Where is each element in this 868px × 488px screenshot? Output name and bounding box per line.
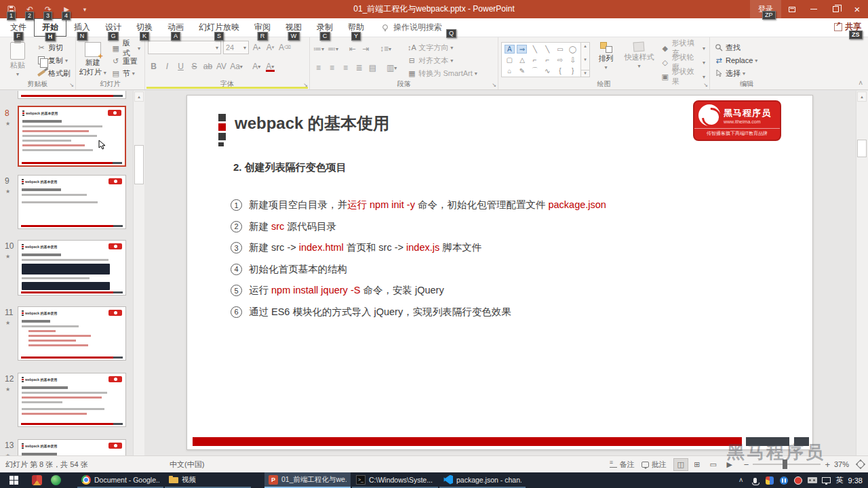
reset-button[interactable]: ↺ 重置 (110, 56, 142, 66)
thumbnail-slide-10[interactable]: webpack 的基本使用 (18, 240, 126, 296)
current-slide[interactable]: webpack 的基本使用 黑马程序员 www.itheima.com 传智播客… (186, 95, 813, 450)
shape-curve-icon[interactable]: ∿ (542, 66, 553, 75)
line-spacing-button[interactable]: ↕≡▾ (379, 43, 392, 55)
close-button[interactable]: × (846, 0, 868, 18)
ime-indicator[interactable]: 英 (836, 475, 844, 485)
taskbar-window-folder[interactable]: 视频 (165, 472, 251, 488)
zoom-slider[interactable] (753, 464, 821, 465)
language-indicator[interactable]: 中文(中国) (170, 460, 204, 470)
sign-in-button[interactable]: 登录 ZP (750, 0, 781, 18)
drawing-dialog-launcher[interactable]: ↘ (703, 82, 708, 88)
font-name-combo[interactable]: ▾ (148, 41, 221, 54)
shape-freeform-icon[interactable]: ⌂ (505, 66, 515, 75)
ribbon-display-options-button[interactable] (781, 0, 803, 18)
shape-arrow-down-icon[interactable]: ⇩ (568, 56, 578, 64)
find-button[interactable]: 查找 (713, 42, 759, 53)
taskbar-window-chrome[interactable]: Document - Google... (77, 472, 163, 488)
shape-textarrow-icon[interactable]: ⇒ (517, 45, 527, 54)
thumbnail-scrollbar-thumb[interactable] (134, 145, 144, 184)
columns-button[interactable]: ▥▾ (386, 62, 397, 74)
shape-triangle-icon[interactable]: △ (517, 56, 527, 64)
thumbnail-scrollbar[interactable]: ▴ (133, 91, 144, 455)
tab-design[interactable]: 设计 G (98, 18, 129, 37)
scroll-up-icon[interactable]: ▴ (857, 92, 867, 102)
tab-review[interactable]: 审阅 R (247, 18, 278, 37)
main-scrollbar[interactable]: ▴ (856, 91, 868, 455)
shapes-gallery[interactable]: A ⇒ ╲ ╲ ▭ ◯ ▢ △ ⌐ ⌐ ⇨ ⇩ ⌂ ✎ ⌒ ∿ { } (501, 42, 581, 77)
thumbnail-slide-13[interactable]: webpack 的基本使用 (18, 439, 126, 455)
redo-button[interactable]: ↷ 3 (42, 4, 54, 15)
slideshow-view-button[interactable]: ▶ (722, 458, 737, 471)
section-button[interactable]: ▤ 节 ▾ (110, 68, 142, 79)
tab-transitions[interactable]: 切换 K (129, 18, 160, 37)
shape-elbow-icon[interactable]: ⌐ (530, 56, 540, 64)
fit-slide-to-window-button[interactable] (856, 460, 865, 469)
comments-button[interactable]: 批注 (642, 460, 667, 470)
minimize-button[interactable] (803, 0, 825, 18)
strikethrough-button[interactable]: S (189, 60, 200, 73)
grow-font-button[interactable]: A▴ (251, 41, 262, 54)
tab-home[interactable]: 开始 H (34, 18, 66, 37)
tape-tray-icon[interactable] (808, 476, 817, 485)
shape-brace-left-icon[interactable]: { (555, 66, 565, 75)
shape-scribble-icon[interactable]: ✎ (517, 66, 527, 75)
shape-elbow-arrow-icon[interactable]: ⌐ (542, 56, 553, 64)
justify-button[interactable]: ≣ (353, 62, 365, 74)
shadow-button[interactable]: ab (202, 60, 214, 73)
align-right-button[interactable]: ≡ (340, 62, 351, 74)
app-tray-icon[interactable] (765, 476, 774, 485)
taskbar-window-vscode[interactable]: package.json - chan... (439, 472, 526, 488)
arrange-button[interactable]: 排列 ▾ (593, 40, 619, 79)
numbering-button[interactable]: ≕▾ (327, 43, 339, 55)
pinned-app-1[interactable] (27, 472, 46, 488)
tab-file[interactable]: 文件 F (3, 18, 34, 37)
copy-button[interactable]: 复制 ▾ (35, 55, 72, 66)
taskbar-window-cmd[interactable]: >_ C:\Windows\Syste... (352, 472, 438, 488)
shape-rounded-rect-icon[interactable]: ▢ (505, 56, 515, 64)
thumbnail-slide-8[interactable]: webpack 的基本使用 (18, 106, 126, 167)
share-button[interactable]: 共享 ZS (834, 21, 861, 33)
tab-insert[interactable]: 插入 N (66, 18, 98, 37)
zoom-out-button[interactable]: − (744, 460, 749, 470)
tab-view[interactable]: 视图 W (278, 18, 309, 37)
align-center-button[interactable]: ≡ (326, 62, 338, 74)
align-left-button[interactable]: ≡ (313, 62, 324, 74)
normal-view-button[interactable]: ◫ (673, 458, 688, 471)
scroll-up-icon[interactable]: ▴ (134, 92, 144, 102)
pause-tray-icon[interactable] (779, 476, 789, 485)
thumbnail-slide-7-partial[interactable] (18, 91, 126, 99)
convert-smartart-button[interactable]: ▦ 转换为 SmartArt ▾ (406, 68, 478, 79)
hidden-icons-chevron[interactable]: ˄ (736, 476, 746, 485)
zoom-in-button[interactable]: + (825, 460, 830, 470)
replace-button[interactable]: ⇄ Replace ▾ (713, 55, 759, 66)
format-painter-button[interactable]: 格式刷 (35, 68, 72, 79)
select-button[interactable]: 选择 ▾ (713, 68, 759, 79)
bullets-button[interactable]: ≔▾ (313, 43, 325, 55)
main-scrollbar-thumb[interactable] (857, 140, 867, 157)
notes-button[interactable]: 备注 (610, 460, 635, 470)
clipboard-dialog-launcher[interactable]: ↘ (69, 82, 74, 88)
taskbar-window-powerpoint[interactable]: P 01_前端工程化与we... (264, 472, 351, 488)
customize-qat-button[interactable]: ▾ (79, 4, 91, 15)
tab-animations[interactable]: 动画 A (160, 18, 191, 37)
thumbnail-slide-11[interactable]: webpack 的基本使用 (18, 306, 126, 361)
tab-help[interactable]: 帮助 Y (340, 18, 372, 37)
change-case-button[interactable]: Aa▾ (229, 60, 243, 73)
shape-oval-icon[interactable]: ◯ (568, 45, 578, 54)
font-dialog-launcher[interactable]: ↘ (303, 82, 308, 88)
zoom-slider-thumb[interactable] (783, 460, 787, 469)
quick-styles-button[interactable]: 快速样式 ▾ (622, 40, 656, 79)
undo-button[interactable]: ↶ 2 (24, 4, 36, 15)
shape-brace-right-icon[interactable]: } (568, 66, 578, 75)
shapes-gallery-scroll[interactable]: ▴ ▾ ▾ (581, 42, 590, 77)
bold-button[interactable]: B (148, 60, 159, 73)
save-button[interactable]: 1 (5, 4, 18, 15)
shrink-font-button[interactable]: A▾ (264, 41, 276, 54)
thumbnail-slide-12[interactable]: webpack 的基本使用 (18, 373, 126, 427)
shape-textbox-icon[interactable]: A (505, 45, 515, 54)
font-color-button[interactable]: A▾ (264, 60, 276, 73)
shape-arrow-right-icon[interactable]: ⇨ (555, 56, 565, 64)
underline-button[interactable]: U (175, 60, 186, 73)
start-from-beginning-button[interactable]: ▶ 4 (60, 4, 73, 15)
zoom-percentage[interactable]: 37% (834, 460, 849, 468)
